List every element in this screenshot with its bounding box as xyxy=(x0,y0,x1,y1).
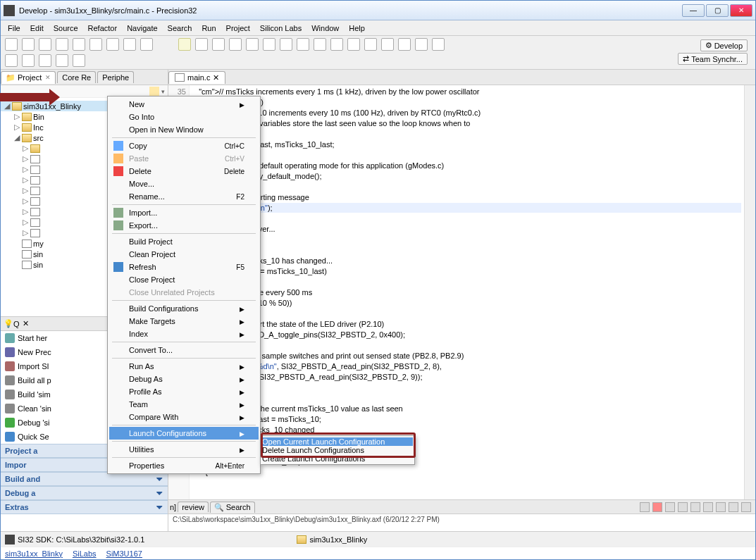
perspective-team[interactable]: ⇄Team Synchr... xyxy=(678,53,748,65)
toolbar-icon[interactable] xyxy=(106,38,119,51)
context-menu-item[interactable]: Utilities▶ xyxy=(109,443,259,456)
console-icon[interactable] xyxy=(678,502,688,512)
toolbar-icon[interactable] xyxy=(22,54,35,67)
toolbar-icon[interactable] xyxy=(415,38,428,51)
console-icon[interactable] xyxy=(665,502,675,512)
twist-icon[interactable]: ▷ xyxy=(13,112,20,121)
twist-icon[interactable]: ▷ xyxy=(22,186,29,195)
console-tab-review[interactable]: review xyxy=(178,502,209,512)
twist-icon[interactable]: ▷ xyxy=(22,144,29,153)
toolbar-icon[interactable] xyxy=(73,54,85,67)
close-icon[interactable]: ✕ xyxy=(213,73,219,82)
context-menu-item[interactable]: Open in New Window xyxy=(109,123,259,136)
console-icon[interactable] xyxy=(690,502,700,512)
scrollbar[interactable] xyxy=(744,85,755,499)
context-submenu[interactable]: Open Current Launch ConfigurationDelete … xyxy=(260,435,415,465)
menu-run[interactable]: Run xyxy=(197,23,220,34)
twist-icon[interactable]: ◢ xyxy=(13,133,20,142)
toolbar-icon[interactable] xyxy=(347,38,360,51)
menu-refactor[interactable]: Refactor xyxy=(84,23,122,34)
maximize-button[interactable]: ▢ xyxy=(706,4,729,17)
close-icon[interactable]: ✕ xyxy=(45,74,51,81)
toolbar-icon[interactable] xyxy=(263,38,275,51)
context-menu-item[interactable]: Go Into xyxy=(109,111,259,123)
twist-icon[interactable]: ▷ xyxy=(13,123,20,132)
twist-icon[interactable]: ▷ xyxy=(22,175,29,185)
toolbar-c-icon[interactable] xyxy=(178,38,191,51)
tab-periph[interactable]: Periphe xyxy=(97,71,134,83)
menu-edit[interactable]: Edit xyxy=(26,23,48,34)
tab-project[interactable]: 📁Project✕ xyxy=(1,71,56,84)
console-icon[interactable] xyxy=(729,502,738,512)
context-menu-item[interactable]: Debug As▶ xyxy=(109,373,259,385)
toolbar-icon[interactable] xyxy=(432,38,445,51)
context-menu-item[interactable]: Rename...F2 xyxy=(109,190,259,203)
twist-icon[interactable]: ▷ xyxy=(22,154,29,163)
context-menu-item[interactable]: Build Project xyxy=(109,235,259,248)
context-menu-item[interactable]: Move... xyxy=(109,178,259,190)
context-menu-item[interactable]: Clean Project xyxy=(109,248,259,261)
submenu-item[interactable]: Open Current Launch Configuration xyxy=(262,437,413,446)
stop-icon[interactable] xyxy=(652,502,662,512)
toolbar-icon[interactable] xyxy=(381,38,394,51)
toolbar-icon[interactable] xyxy=(314,38,326,51)
menu-window[interactable]: Window xyxy=(307,23,343,34)
twist-icon[interactable]: ▷ xyxy=(22,218,29,227)
context-menu-item[interactable]: Close Project xyxy=(109,273,259,286)
submenu-item[interactable]: Create Launch Configurations xyxy=(262,454,413,463)
context-menu-item[interactable]: Index▶ xyxy=(109,328,259,340)
context-menu-item[interactable]: Make Targets▶ xyxy=(109,315,259,328)
context-menu-item[interactable]: DeleteDelete xyxy=(109,165,259,178)
toolbar-icon[interactable] xyxy=(364,38,377,51)
console-tab-search[interactable]: 🔍 Search xyxy=(210,502,255,513)
toolbar-icon[interactable] xyxy=(280,38,292,51)
toolbar-icon[interactable] xyxy=(22,38,35,51)
context-menu-item[interactable]: Convert To... xyxy=(109,344,259,356)
context-menu-item[interactable]: Export... xyxy=(109,219,259,232)
context-menu[interactable]: New▶Go IntoOpen in New WindowCopyCtrl+CP… xyxy=(107,96,261,474)
close-icon[interactable]: ✕ xyxy=(23,319,29,328)
twist-icon[interactable]: ◢ xyxy=(4,101,11,111)
toolbar-icon[interactable] xyxy=(246,38,259,51)
console-icon[interactable] xyxy=(741,502,751,512)
quickstart-row[interactable]: Build and⏷ xyxy=(1,472,168,486)
minimize-button[interactable]: — xyxy=(682,4,705,17)
menu-project[interactable]: Project xyxy=(222,23,254,34)
submenu-item[interactable]: Delete Launch Configurations xyxy=(262,446,413,454)
toolbar-icon[interactable] xyxy=(56,38,68,51)
context-menu-item[interactable]: CopyCtrl+C xyxy=(109,139,259,152)
editor-tab-main[interactable]: main.c✕ xyxy=(168,71,225,84)
console-icon[interactable] xyxy=(703,502,713,512)
toolbar-icon[interactable] xyxy=(195,38,208,51)
toolbar-icon[interactable] xyxy=(39,38,51,51)
link-silabs[interactable]: SiLabs xyxy=(73,549,97,558)
toolbar-icon[interactable] xyxy=(5,54,18,67)
toolbar-icon[interactable] xyxy=(39,54,51,67)
toolbar-icon[interactable] xyxy=(140,38,153,51)
menu-help[interactable]: Help xyxy=(345,23,369,34)
toolbar-icon[interactable] xyxy=(5,38,18,51)
link-chip[interactable]: SiM3U167 xyxy=(106,549,142,558)
menu-search[interactable]: Search xyxy=(163,23,197,34)
context-menu-item[interactable]: PropertiesAlt+Enter xyxy=(109,459,259,472)
twist-icon[interactable]: ▷ xyxy=(22,228,29,237)
toolbar-icon[interactable] xyxy=(89,38,102,51)
context-menu-item[interactable]: New▶ xyxy=(109,98,259,111)
console-icon[interactable] xyxy=(640,502,650,512)
link-project[interactable]: sim3u1xx_Blinky xyxy=(5,549,63,558)
menu-icon[interactable]: ▾ xyxy=(161,88,165,95)
close-button[interactable]: ✕ xyxy=(730,4,752,17)
console-icon[interactable] xyxy=(716,502,726,512)
perspective-develop[interactable]: ⚙Develop xyxy=(700,39,748,51)
context-menu-item[interactable]: RefreshF5 xyxy=(109,261,259,273)
toolbar-icon[interactable] xyxy=(56,54,68,67)
toolbar-icon[interactable] xyxy=(73,38,85,51)
context-menu-item[interactable]: Import... xyxy=(109,206,259,219)
menu-navigate[interactable]: Navigate xyxy=(123,23,161,34)
context-menu-item[interactable]: Profile As▶ xyxy=(109,385,259,398)
collapse-icon[interactable] xyxy=(137,87,147,97)
link-icon[interactable] xyxy=(149,87,159,97)
twist-icon[interactable]: ▷ xyxy=(22,197,29,206)
menu-siliconlabs[interactable]: Silicon Labs xyxy=(256,23,306,34)
quickstart-row[interactable]: Extras⏷ xyxy=(1,500,168,514)
